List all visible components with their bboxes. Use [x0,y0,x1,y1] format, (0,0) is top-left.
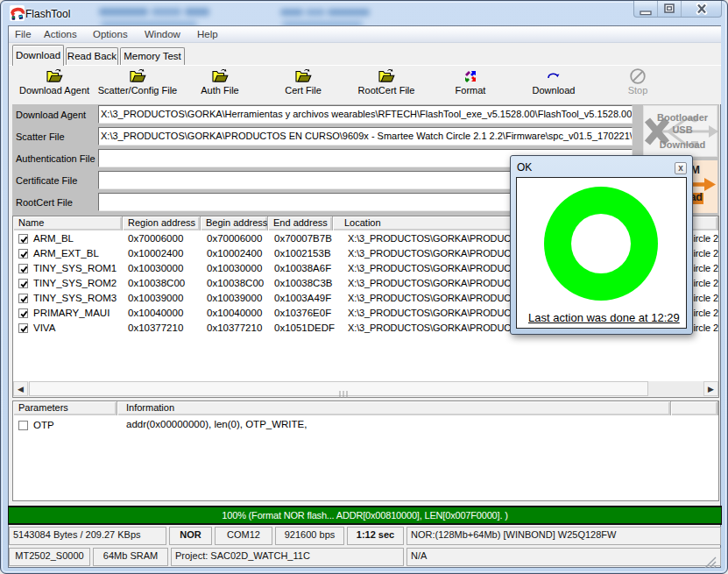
svg-text:USB: USB [672,124,692,135]
svg-text:Bootloader: Bootloader [657,112,709,123]
svg-text:Download: Download [660,139,706,150]
